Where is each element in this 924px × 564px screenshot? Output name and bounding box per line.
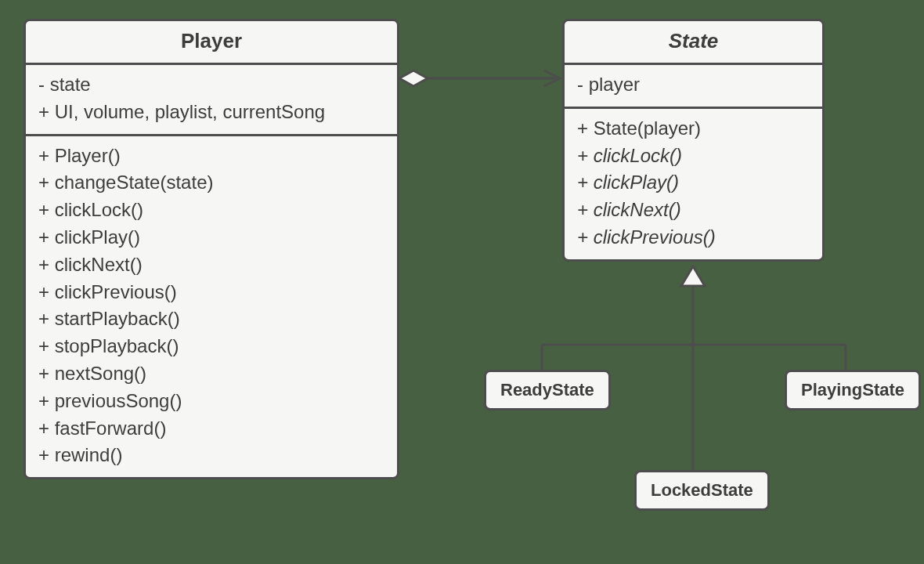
lockedstate-class: LockedState bbox=[634, 470, 770, 511]
class-operation: + clickPlay() bbox=[577, 169, 810, 197]
player-class-operations: + Player() + changeState(state) + clickL… bbox=[26, 134, 397, 478]
class-operation: + stopPlayback() bbox=[38, 333, 384, 360]
class-operation: + previousSong() bbox=[38, 388, 384, 415]
player-class-attributes: - state + UI, volume, playlist, currentS… bbox=[26, 65, 397, 134]
class-operation: + rewind() bbox=[38, 442, 384, 469]
class-attribute: - state bbox=[38, 71, 384, 99]
svg-marker-1 bbox=[399, 70, 428, 86]
player-class-title: Player bbox=[26, 21, 397, 65]
diagram-canvas: Player - state + UI, volume, playlist, c… bbox=[0, 0, 924, 564]
svg-marker-3 bbox=[681, 266, 705, 286]
class-operation: + changeState(state) bbox=[38, 169, 384, 197]
class-operation: + nextSong() bbox=[38, 360, 384, 388]
class-operation: + clickLock() bbox=[38, 197, 384, 224]
state-class-title: State bbox=[565, 21, 822, 65]
playingstate-class: PlayingState bbox=[785, 370, 921, 410]
aggregation-edge bbox=[399, 70, 560, 86]
class-title: LockedState bbox=[651, 480, 753, 500]
class-attribute: - player bbox=[577, 71, 810, 99]
class-title: PlayingState bbox=[801, 380, 904, 400]
class-operation: + clickPrevious() bbox=[38, 279, 384, 306]
class-operation: + Player() bbox=[38, 143, 384, 170]
readystate-class: ReadyState bbox=[484, 370, 611, 410]
class-operation: + clickPlay() bbox=[38, 224, 384, 251]
state-class-operations: + State(player) + clickLock() + clickPla… bbox=[565, 107, 822, 259]
generalization-edge bbox=[542, 266, 846, 470]
class-attribute: + UI, volume, playlist, currentSong bbox=[38, 99, 384, 126]
class-operation: + clickNext() bbox=[577, 197, 810, 224]
class-operation: + clickPrevious() bbox=[577, 224, 810, 251]
state-class-attributes: - player bbox=[565, 65, 822, 107]
class-operation: + clickNext() bbox=[38, 251, 384, 279]
player-class: Player - state + UI, volume, playlist, c… bbox=[23, 19, 399, 479]
class-operation: + fastForward() bbox=[38, 415, 384, 443]
class-operation: + State(player) bbox=[577, 115, 810, 143]
class-title: ReadyState bbox=[500, 380, 594, 400]
class-operation: + clickLock() bbox=[577, 143, 810, 170]
state-class: State - player + State(player) + clickLo… bbox=[562, 19, 825, 262]
class-operation: + startPlayback() bbox=[38, 306, 384, 333]
